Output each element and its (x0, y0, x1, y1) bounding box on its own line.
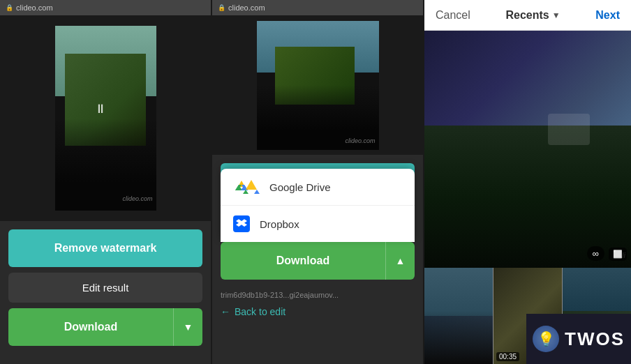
download-dropdown-menu: Google Drive Dropbox (221, 169, 415, 242)
right-header: Cancel Recents ▼ Next (424, 0, 631, 31)
google-drive-icon-simple (243, 180, 260, 194)
left-buttons: Remove watermark Edit result Download ▼ (0, 221, 211, 354)
google-drive-option[interactable]: Google Drive (221, 169, 415, 206)
mid-download-chevron[interactable]: ▲ (385, 242, 415, 280)
filename-area: trim6d9db1b9-213...gi2eajaumov... (212, 288, 423, 302)
recents-selector[interactable]: Recents ▼ (505, 9, 560, 22)
next-button[interactable]: Next (595, 9, 620, 22)
aspect-ratio-badge[interactable]: ⬜ (609, 248, 627, 261)
pause-icon: ⏸ (94, 102, 107, 116)
left-video-preview: ⏸ clideo.com (0, 15, 211, 221)
left-panel: 🔒 clideo.com ⏸ clideo.com Remove waterma… (0, 0, 211, 364)
lock-icon: 🔒 (6, 4, 13, 11)
mid-watermark: clideo.com (345, 137, 375, 144)
twos-bulb-icon: 💡 (533, 326, 559, 352)
mid-download-dropdown-container: Download ▲ (221, 242, 415, 280)
left-download-button[interactable]: Download (8, 308, 173, 346)
left-watermark: clideo.com (122, 195, 152, 202)
back-arrow-icon: ← (221, 306, 230, 317)
right-panel: Cancel Recents ▼ Next cli ∞ ⬜ (424, 0, 631, 364)
dropbox-icon (233, 215, 250, 232)
chevron-down-icon: ▼ (552, 10, 561, 20)
left-download-chevron[interactable]: ▼ (173, 308, 202, 346)
recents-label: Recents (505, 9, 549, 22)
left-download-row: Download ▼ (8, 308, 202, 346)
mid-buttons: Remove watermark Edit result Download ▲ (212, 155, 423, 288)
left-edit-result-button[interactable]: Edit result (8, 273, 202, 303)
middle-panel: 🔒 clideo.com clideo.com Remove watermark… (212, 0, 423, 364)
back-to-edit-link[interactable]: ← Back to edit (212, 302, 423, 321)
back-to-edit-label: Back to edit (235, 306, 285, 317)
dropbox-label: Dropbox (260, 218, 299, 230)
infinity-badge[interactable]: ∞ (587, 246, 604, 261)
filename-text: trim6d9db1b9-213...gi2eajaumov... (221, 291, 339, 299)
right-main-video: cli ∞ ⬜ (424, 31, 631, 268)
mid-url: clideo.com (228, 3, 265, 12)
mid-lock-icon: 🔒 (218, 4, 225, 11)
mid-browser-bar: 🔒 clideo.com (212, 0, 423, 15)
twos-brand-text: TWOS (565, 328, 625, 350)
thumb-1[interactable] (424, 268, 493, 364)
thumb-duration: 00:35 (496, 352, 519, 361)
mid-download-row: Download ▲ (221, 242, 415, 280)
mid-video-preview: clideo.com (212, 15, 423, 155)
twos-overlay: 💡 TWOS (526, 314, 631, 364)
thumbnails-area: 00:35 💡 TWOS (424, 268, 631, 364)
cancel-button[interactable]: Cancel (436, 9, 470, 22)
left-url: clideo.com (16, 3, 53, 12)
mid-download-button[interactable]: Download (221, 242, 385, 280)
dropbox-option[interactable]: Dropbox (221, 206, 415, 242)
left-remove-watermark-button[interactable]: Remove watermark (8, 229, 202, 267)
google-drive-label: Google Drive (269, 181, 331, 193)
left-browser-bar: 🔒 clideo.com (0, 0, 211, 15)
